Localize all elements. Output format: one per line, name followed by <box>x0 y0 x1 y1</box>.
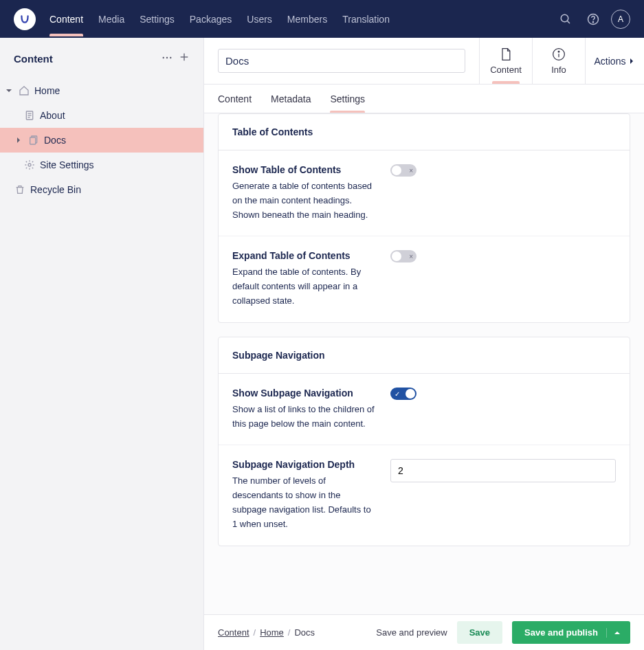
card-table-of-contents: Table of Contents Show Table of Contents… <box>218 113 630 323</box>
prop-description: The number of levels of descendants to s… <box>232 474 377 531</box>
chevron-right-icon <box>628 58 635 65</box>
svg-point-19 <box>558 51 559 52</box>
svg-rect-15 <box>30 137 36 144</box>
prop-label: Subpage Navigation Depth <box>232 459 377 470</box>
breadcrumb: Content / Home / Docs <box>218 627 376 638</box>
home-icon <box>19 85 30 96</box>
subtab-content[interactable]: Content <box>218 85 252 113</box>
toggle-expand-toc[interactable]: × <box>390 250 417 262</box>
search-button[interactable] <box>556 10 575 29</box>
svg-point-5 <box>163 57 164 58</box>
apptab-info[interactable]: Info <box>532 38 585 84</box>
tree-label: Docs <box>44 135 195 146</box>
topnav-content[interactable]: Content <box>49 3 83 34</box>
content-editor: Content Info Actions Content Metadata Se… <box>204 38 644 650</box>
topnav-translation[interactable]: Translation <box>342 3 390 34</box>
tree-toggle[interactable] <box>14 137 23 144</box>
prop-label: Expand Table of Contents <box>232 250 377 261</box>
svg-point-0 <box>17 12 32 27</box>
user-avatar[interactable]: A <box>611 10 630 29</box>
svg-point-6 <box>166 57 168 58</box>
actions-dropdown[interactable]: Actions <box>585 38 644 84</box>
sidebar-menu-button[interactable] <box>161 52 173 66</box>
subtab-settings[interactable]: Settings <box>330 85 365 113</box>
tree-node-docs[interactable]: Docs <box>0 128 203 153</box>
prop-label: Show Subpage Navigation <box>232 388 377 399</box>
tree-label: About <box>40 110 195 121</box>
page-title-input[interactable] <box>218 49 465 73</box>
prop-expand-toc: Expand Table of Contents Expand the tabl… <box>219 236 630 322</box>
plus-icon <box>179 52 190 63</box>
publish-label: Save and publish <box>524 627 598 638</box>
input-nav-depth[interactable] <box>390 459 616 482</box>
save-preview-link[interactable]: Save and preview <box>376 627 447 638</box>
tree-node-about[interactable]: About <box>0 103 203 128</box>
subtab-metadata[interactable]: Metadata <box>271 85 311 113</box>
prop-nav-depth: Subpage Navigation Depth The number of l… <box>219 445 630 545</box>
breadcrumb-home[interactable]: Home <box>260 627 284 638</box>
topnav-settings[interactable]: Settings <box>140 3 175 34</box>
topnav-packages[interactable]: Packages <box>190 3 232 34</box>
topnav-members[interactable]: Members <box>287 3 327 34</box>
publish-dropdown-toggle[interactable] <box>606 628 621 638</box>
tree-node-site-settings[interactable]: Site Settings <box>0 153 203 177</box>
editor-body[interactable]: Table of Contents Show Table of Contents… <box>204 113 644 614</box>
pages-icon <box>28 135 39 146</box>
x-icon: × <box>409 253 413 260</box>
card-subpage-navigation: Subpage Navigation Show Subpage Navigati… <box>218 337 630 546</box>
help-icon <box>587 13 599 25</box>
breadcrumb-content[interactable]: Content <box>218 627 249 638</box>
apptab-label: Info <box>551 65 566 75</box>
prop-description: Generate a table of contents based on th… <box>232 179 377 222</box>
editor-header: Content Info Actions <box>204 38 644 85</box>
prop-show-subpage-nav: Show Subpage Navigation Show a list of l… <box>219 374 630 446</box>
prop-show-toc: Show Table of Contents Generate a table … <box>219 150 630 236</box>
card-heading: Subpage Navigation <box>219 337 630 374</box>
apptab-label: Content <box>490 65 522 75</box>
topnav-media[interactable]: Media <box>98 3 124 34</box>
svg-point-1 <box>561 14 568 22</box>
app-logo[interactable] <box>14 8 36 30</box>
topbar-icons: A <box>556 10 630 29</box>
card-heading: Table of Contents <box>219 114 630 150</box>
svg-point-4 <box>592 21 593 22</box>
editor-subtabs: Content Metadata Settings <box>204 85 644 113</box>
tree-toggle[interactable] <box>4 87 14 94</box>
topnav: Content Media Settings Packages Users Me… <box>49 3 556 34</box>
save-publish-button[interactable]: Save and publish <box>512 621 630 644</box>
actions-label: Actions <box>595 56 626 67</box>
tree-label: Home <box>34 85 195 96</box>
tree-label: Site Settings <box>40 159 195 170</box>
caret-down-icon <box>5 87 12 94</box>
sidebar-add-button[interactable] <box>179 52 190 66</box>
document-icon <box>499 47 513 62</box>
caret-right-icon <box>15 137 22 144</box>
prop-description: Show a list of links to the children of … <box>232 403 377 432</box>
prop-description: Expand the table of contents. By default… <box>232 265 377 308</box>
toggle-show-toc[interactable]: × <box>390 164 417 177</box>
main-topbar: Content Media Settings Packages Users Me… <box>0 0 644 38</box>
sidebar-header: Content <box>0 38 203 78</box>
content-tree: Home About Docs Si <box>0 78 203 202</box>
svg-point-16 <box>28 164 31 166</box>
umbraco-logo-icon <box>17 12 32 27</box>
help-button[interactable] <box>584 10 603 29</box>
svg-point-7 <box>170 57 171 58</box>
trash-icon <box>14 184 25 195</box>
search-icon <box>559 13 572 25</box>
breadcrumb-sep: / <box>288 627 291 638</box>
breadcrumb-sep: / <box>254 627 256 638</box>
tree-label: Recycle Bin <box>30 184 195 195</box>
apptab-content[interactable]: Content <box>479 38 532 84</box>
tree-node-recycle-bin[interactable]: Recycle Bin <box>0 177 203 202</box>
check-icon: ✓ <box>395 390 400 397</box>
avatar-initial: A <box>618 14 623 24</box>
prop-label: Show Table of Contents <box>232 164 377 175</box>
content-tree-panel: Content <box>0 38 204 650</box>
gear-icon <box>24 159 35 170</box>
page-icon <box>24 110 35 121</box>
tree-node-home[interactable]: Home <box>0 78 203 103</box>
topnav-users[interactable]: Users <box>247 3 272 34</box>
toggle-show-subpage-nav[interactable]: ✓ <box>390 388 417 400</box>
save-button[interactable]: Save <box>457 621 502 644</box>
